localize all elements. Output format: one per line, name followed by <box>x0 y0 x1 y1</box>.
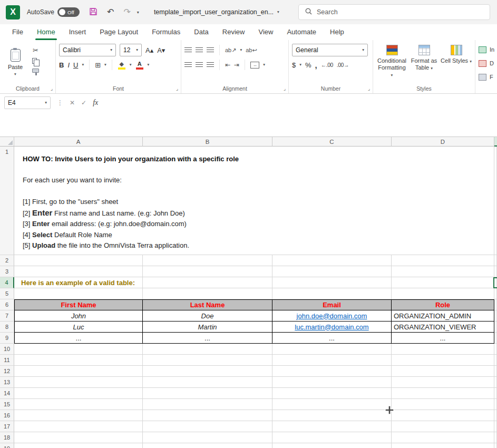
cell[interactable] <box>143 388 272 399</box>
number-dialog-launcher-icon[interactable]: ⌟ <box>368 86 370 91</box>
menu-tab-file[interactable]: File <box>5 24 30 40</box>
increase-decimal-icon[interactable]: ←.00 <box>321 62 333 68</box>
row-header-19[interactable]: 19 <box>0 443 14 448</box>
cell[interactable] <box>494 322 497 333</box>
cell[interactable] <box>494 388 497 399</box>
row-header-13[interactable]: 13 <box>0 377 14 388</box>
menu-tab-data[interactable]: Data <box>187 24 215 40</box>
email-link[interactable]: luc.martin@domain.com <box>295 323 368 331</box>
cell[interactable] <box>272 366 392 377</box>
cell[interactable] <box>14 432 143 443</box>
menu-tab-automate[interactable]: Automate <box>280 24 323 40</box>
row-header-6[interactable]: 6 <box>0 299 14 310</box>
copy-icon[interactable] <box>32 58 37 64</box>
row-header-9[interactable]: 9 <box>0 333 14 344</box>
cell[interactable] <box>392 255 494 266</box>
cell[interactable] <box>272 266 392 277</box>
cell[interactable] <box>494 266 497 277</box>
column-header-D[interactable]: D <box>392 137 494 147</box>
cell[interactable] <box>494 421 497 432</box>
cell[interactable] <box>392 388 494 399</box>
cell[interactable] <box>14 266 143 277</box>
chevron-down-icon[interactable]: ▾ <box>148 63 150 67</box>
cell[interactable] <box>143 266 272 277</box>
cell[interactable] <box>272 421 392 432</box>
row-header-3[interactable]: 3 <box>0 266 14 277</box>
cell[interactable] <box>392 266 494 277</box>
cell[interactable] <box>272 388 392 399</box>
autosave-toggle[interactable]: Off <box>57 7 80 17</box>
cell[interactable] <box>494 147 497 255</box>
cell[interactable] <box>494 377 497 388</box>
cell[interactable] <box>272 432 392 443</box>
cell[interactable] <box>14 377 143 388</box>
quick-access-chevron-icon[interactable]: ▾ <box>137 10 139 15</box>
cell[interactable] <box>272 377 392 388</box>
menu-tab-page-layout[interactable]: Page Layout <box>93 24 145 40</box>
cell[interactable] <box>392 377 494 388</box>
cell[interactable] <box>494 299 497 310</box>
menu-tab-help[interactable]: Help <box>323 24 351 40</box>
chevron-down-icon[interactable]: ▾ <box>299 63 301 67</box>
chevron-down-icon[interactable]: ▾ <box>130 63 132 67</box>
cell[interactable] <box>272 277 392 288</box>
orientation-icon[interactable]: ab↗ <box>225 47 236 54</box>
font-size-combo[interactable]: 12 ▾ <box>120 44 142 56</box>
cell[interactable] <box>494 399 497 410</box>
table-cell[interactable]: ... <box>14 333 143 344</box>
cell[interactable] <box>143 432 272 443</box>
cell[interactable] <box>392 443 494 448</box>
italic-button[interactable]: I <box>67 61 70 69</box>
cell[interactable] <box>494 344 497 355</box>
align-top-icon[interactable] <box>184 47 192 53</box>
cell[interactable] <box>392 288 494 299</box>
save-icon[interactable] <box>89 7 98 17</box>
alignment-dialog-launcher-icon[interactable]: ⌟ <box>284 86 286 91</box>
font-name-combo[interactable]: Calibri ▾ <box>59 44 116 56</box>
cell[interactable] <box>14 388 143 399</box>
name-box-input[interactable] <box>8 99 35 106</box>
cell[interactable] <box>14 255 143 266</box>
cell[interactable] <box>272 255 392 266</box>
cell-A1-instructions[interactable]: HOW TO: Invite Users to join your organi… <box>14 147 494 255</box>
table-header-first-name[interactable]: First Name <box>14 299 143 310</box>
cancel-icon[interactable]: ✕ <box>70 100 75 106</box>
cell[interactable] <box>143 344 272 355</box>
cell[interactable] <box>14 288 143 299</box>
column-header-A[interactable]: A <box>14 137 143 147</box>
increase-font-size-icon[interactable]: A▴ <box>145 46 153 54</box>
cell[interactable] <box>14 366 143 377</box>
row-header-10[interactable]: 10 <box>0 344 14 355</box>
cell[interactable] <box>272 410 392 421</box>
selected-cell-E4[interactable] <box>493 277 497 288</box>
cell[interactable] <box>143 288 272 299</box>
cell[interactable] <box>143 366 272 377</box>
row-header-12[interactable]: 12 <box>0 366 14 377</box>
wrap-text-icon[interactable]: ab↩ <box>246 47 257 54</box>
align-center-icon[interactable] <box>196 62 203 67</box>
row-header-8[interactable]: 8 <box>0 322 14 333</box>
cell[interactable] <box>494 366 497 377</box>
formula-input[interactable] <box>104 94 497 112</box>
decrease-font-size-icon[interactable]: A▾ <box>157 46 165 54</box>
row-header-17[interactable]: 17 <box>0 421 14 432</box>
table-cell[interactable]: Martin <box>143 322 272 333</box>
table-cell[interactable]: ORGANIZATION_VIEWER <box>392 322 494 333</box>
cell[interactable] <box>392 366 494 377</box>
insert-cells-button[interactable]: In <box>479 43 497 56</box>
row-header-1[interactable]: 1 <box>0 147 14 255</box>
table-cell[interactable]: ORGANIZATION_ADMIN <box>392 310 494 322</box>
column-header-B[interactable]: B <box>143 137 272 147</box>
clipboard-dialog-launcher-icon[interactable]: ⌟ <box>51 86 53 91</box>
table-cell[interactable]: ... <box>272 333 392 344</box>
enter-icon[interactable]: ✓ <box>81 100 86 106</box>
cell[interactable] <box>392 421 494 432</box>
borders-icon[interactable]: ⊞ <box>95 62 101 69</box>
align-right-icon[interactable] <box>207 62 214 67</box>
row-header-11[interactable]: 11 <box>0 355 14 366</box>
name-box[interactable]: ▾ <box>4 96 51 109</box>
undo-icon[interactable]: ↶ <box>107 8 114 16</box>
table-cell[interactable]: Luc <box>14 322 143 333</box>
table-cell[interactable]: luc.martin@domain.com <box>272 322 392 333</box>
search-input[interactable] <box>317 8 470 16</box>
